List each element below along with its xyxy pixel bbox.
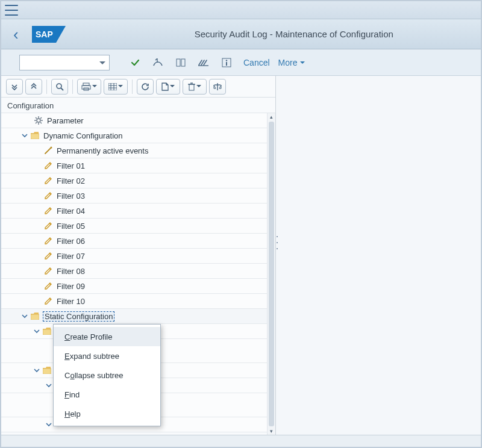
- pencil-icon: [43, 282, 53, 290]
- node-label: Filter 08: [57, 267, 85, 276]
- menu-help[interactable]: Help: [54, 404, 160, 423]
- node-label: Filter 02: [57, 176, 85, 185]
- toolbar-action-1-icon[interactable]: [149, 55, 166, 70]
- scroll-up-icon[interactable]: ▴: [270, 113, 273, 120]
- delete-button[interactable]: [183, 79, 207, 95]
- scroll-thumb[interactable]: [269, 122, 274, 426]
- detail-pane: [276, 76, 481, 435]
- menubar: [1, 1, 481, 19]
- node-label: Filter 06: [57, 237, 85, 246]
- menu-icon[interactable]: [5, 5, 18, 16]
- node-label: Filter 04: [57, 207, 85, 216]
- folder-icon: [42, 328, 52, 335]
- scroll-down-icon[interactable]: ▾: [270, 428, 273, 435]
- svg-line-31: [36, 122, 37, 123]
- svg-rect-36: [43, 369, 51, 374]
- node-filter[interactable]: Filter 03: [1, 188, 275, 204]
- folder-icon: [30, 132, 40, 139]
- node-dynamic-config[interactable]: Dynamic Configuration: [1, 128, 275, 143]
- print-button[interactable]: [77, 79, 101, 95]
- layout-button[interactable]: [104, 79, 128, 95]
- node-perm-active[interactable]: Permanently active events: [1, 143, 275, 158]
- svg-rect-32: [31, 134, 39, 139]
- node-filter[interactable]: Filter 02: [1, 173, 275, 188]
- command-field[interactable]: [19, 55, 110, 70]
- pencil-icon: [43, 237, 53, 245]
- menu-collapse-subtree[interactable]: Collapse subtree: [54, 366, 160, 385]
- node-parameter[interactable]: Parameter: [1, 113, 275, 128]
- node-label: Permanently active events: [57, 146, 148, 155]
- node-filter[interactable]: Filter 07: [1, 249, 275, 264]
- tree-scrollbar[interactable]: ▴ ▾: [267, 113, 275, 435]
- node-label: Filter 07: [57, 252, 85, 261]
- toolbar-action-2-icon[interactable]: [172, 55, 189, 70]
- pencil-icon: [43, 191, 53, 200]
- cancel-button[interactable]: Cancel: [241, 58, 272, 67]
- menu-create-profile[interactable]: Create Profile: [54, 327, 160, 346]
- pencil-icon: [43, 161, 53, 170]
- node-filter[interactable]: Filter 05: [1, 219, 275, 234]
- svg-rect-11: [82, 86, 90, 89]
- node-label: Parameter: [47, 116, 84, 125]
- refresh-button[interactable]: [137, 79, 154, 95]
- svg-line-9: [61, 88, 63, 90]
- chevron-down-icon[interactable]: [33, 327, 41, 335]
- chevron-down-icon[interactable]: [20, 131, 29, 140]
- chevron-down-icon[interactable]: [20, 312, 29, 320]
- svg-point-8: [57, 84, 61, 89]
- svg-line-30: [40, 117, 42, 119]
- folder-icon: [30, 313, 40, 320]
- node-static-config[interactable]: Static Configuration: [1, 309, 275, 324]
- svg-point-23: [37, 119, 40, 122]
- search-button[interactable]: [51, 79, 68, 95]
- node-label: Filter 09: [57, 282, 85, 291]
- node-filter[interactable]: Filter 09: [1, 279, 275, 294]
- collapse-all-button[interactable]: [25, 79, 42, 95]
- tree-header: Configuration: [1, 98, 275, 113]
- svg-line-28: [36, 117, 37, 119]
- node-label: Dynamic Configuration: [43, 131, 123, 140]
- node-filter[interactable]: Filter 10: [1, 294, 275, 309]
- tree-toolbar: [1, 76, 275, 98]
- folder-icon: [42, 367, 52, 374]
- statusbar: [1, 435, 481, 447]
- svg-point-6: [226, 60, 227, 61]
- pencil-icon: [43, 176, 53, 185]
- node-label: Filter 01: [57, 161, 85, 170]
- new-button[interactable]: [156, 79, 180, 95]
- info-icon[interactable]: [218, 55, 235, 70]
- pencil-icon: [43, 297, 53, 305]
- page-title: Security Audit Log - Maintenance of Conf…: [195, 29, 393, 39]
- save-button[interactable]: [127, 55, 143, 70]
- svg-rect-34: [31, 314, 39, 320]
- sap-logo: SAP: [32, 26, 66, 43]
- pencil-icon: [43, 207, 53, 215]
- pencil-icon: [43, 267, 53, 275]
- svg-rect-18: [189, 84, 194, 90]
- compare-button[interactable]: [209, 79, 226, 95]
- svg-line-29: [40, 122, 42, 123]
- node-filter[interactable]: Filter 08: [1, 264, 275, 279]
- node-label: Static Configuration: [43, 312, 114, 321]
- splitter-handle[interactable]: [275, 234, 279, 252]
- toolbar-action-3-icon[interactable]: [195, 55, 212, 70]
- svg-rect-10: [83, 83, 89, 86]
- chevron-down-icon[interactable]: [45, 381, 53, 390]
- svg-rect-35: [43, 329, 51, 335]
- app-toolbar: Cancel More: [1, 49, 481, 76]
- menu-expand-subtree[interactable]: Expand subtree: [54, 346, 160, 366]
- node-filter[interactable]: Filter 04: [1, 204, 275, 219]
- menu-find[interactable]: Find: [54, 385, 160, 404]
- tools-icon: [43, 146, 53, 155]
- pencil-icon: [43, 222, 53, 230]
- tree-pane: Configuration Parameter: [1, 76, 276, 435]
- chevron-down-icon[interactable]: [33, 366, 41, 375]
- node-filter[interactable]: Filter 06: [1, 234, 275, 249]
- chevron-down-icon[interactable]: [45, 420, 53, 429]
- back-button[interactable]: ‹: [8, 25, 23, 43]
- gear-icon: [34, 116, 43, 125]
- more-button[interactable]: More: [278, 58, 305, 67]
- node-filter[interactable]: Filter 01: [1, 158, 275, 173]
- node-label: Filter 10: [57, 297, 85, 306]
- expand-all-button[interactable]: [6, 79, 23, 95]
